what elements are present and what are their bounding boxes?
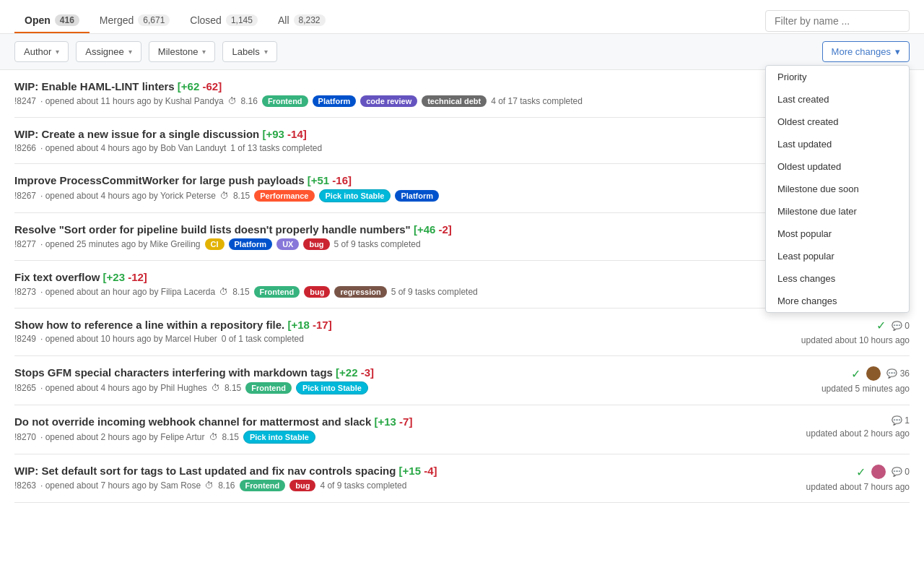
diff-add: [+62 xyxy=(178,80,199,92)
mr-number: !8267 xyxy=(14,191,36,201)
label-frontend[interactable]: Frontend xyxy=(240,480,286,491)
milestone-icon: ⏱ xyxy=(205,480,214,491)
avatar xyxy=(866,366,881,381)
milestone-icon: ⏱ xyxy=(209,432,218,442)
avatar xyxy=(871,465,886,479)
updated-text: updated 5 minutes ago xyxy=(821,384,910,394)
milestone-value: 8.15 xyxy=(232,287,249,297)
label-platform[interactable]: Platform xyxy=(313,95,357,107)
diff-add: [+93 xyxy=(262,128,284,140)
label-frontend[interactable]: Frontend xyxy=(245,382,292,394)
label-platform[interactable]: Platform xyxy=(229,238,273,250)
label-platform[interactable]: Platform xyxy=(395,190,439,202)
more-changes-label: More changes xyxy=(832,46,891,57)
diff-add: [+46 xyxy=(414,223,435,236)
label-performance[interactable]: Performance xyxy=(254,190,314,202)
filters-bar: Author ▾ Assignee ▾ Milestone ▾ Labels ▾… xyxy=(0,34,924,70)
diff-rem: -16] xyxy=(332,174,352,186)
mr-right-icons: ✓ 💬 0 xyxy=(876,319,910,332)
label-technical-debt[interactable]: technical debt xyxy=(422,95,487,107)
diff-add: [+23 xyxy=(103,271,125,283)
mr-opened: · opened about 10 hours ago by Marcel Hu… xyxy=(40,334,217,344)
milestone-filter[interactable]: Milestone ▾ xyxy=(149,41,216,62)
tab-merged[interactable]: Merged 6,671 xyxy=(90,9,180,33)
label-frontend[interactable]: Frontend xyxy=(254,286,300,298)
mr-opened: · opened about 4 hours ago by Yorick Pet… xyxy=(40,191,216,201)
mr-opened: · opened about 4 hours ago by Phil Hughe… xyxy=(40,383,207,393)
diff-add: [+15 xyxy=(399,465,421,477)
mr-right: 💬 1 updated about 2 hours ago xyxy=(765,415,910,439)
diff-rem: -62] xyxy=(202,80,222,92)
tabs: Open 416 Merged 6,671 Closed 1,145 All 8… xyxy=(14,9,336,33)
sort-milestone-due-later[interactable]: Milestone due later xyxy=(766,200,909,223)
diff-add: [+51 xyxy=(308,174,329,186)
sort-dropdown-menu: Priority Last created Oldest created Las… xyxy=(765,65,910,313)
mr-title[interactable]: WIP: Set default sort for tags to Last u… xyxy=(14,465,765,477)
sort-oldest-created[interactable]: Oldest created xyxy=(766,111,909,133)
mr-left: WIP: Set default sort for tags to Last u… xyxy=(14,465,765,491)
label-regression[interactable]: regression xyxy=(334,286,386,298)
label-bug[interactable]: bug xyxy=(289,480,315,491)
tasks-count: 5 of 9 tasks completed xyxy=(391,287,478,297)
label-pick-stable[interactable]: Pick into Stable xyxy=(243,431,315,444)
sort-least-popular[interactable]: Least popular xyxy=(766,245,909,267)
label-frontend[interactable]: Frontend xyxy=(262,95,308,107)
filter-input[interactable] xyxy=(765,10,910,32)
tasks-count: 4 of 17 tasks completed xyxy=(491,96,583,106)
label-bug[interactable]: bug xyxy=(303,238,329,250)
sort-most-popular[interactable]: Most popular xyxy=(766,223,909,245)
table-row: Do not override incoming webhook channel… xyxy=(14,405,910,454)
author-filter[interactable]: Author ▾ xyxy=(14,41,69,62)
more-changes-arrow: ▾ xyxy=(895,46,900,57)
label-ci[interactable]: CI xyxy=(205,238,225,250)
table-row: Show how to reference a line within a re… xyxy=(14,309,910,356)
top-bar: Open 416 Merged 6,671 Closed 1,145 All 8… xyxy=(0,0,924,70)
assignee-filter[interactable]: Assignee ▾ xyxy=(76,41,141,62)
tab-all[interactable]: All 8,232 xyxy=(268,9,336,33)
label-code-review[interactable]: code review xyxy=(360,95,417,107)
sort-last-updated[interactable]: Last updated xyxy=(766,133,909,155)
more-changes-button[interactable]: More changes ▾ xyxy=(822,41,910,62)
tab-closed[interactable]: Closed 1,145 xyxy=(180,9,268,33)
sort-milestone-due-soon[interactable]: Milestone due soon xyxy=(766,178,909,200)
mr-number: !8277 xyxy=(14,239,36,249)
mr-opened: · opened about 2 hours ago by Felipe Art… xyxy=(40,432,205,442)
comments: 💬 1 xyxy=(892,415,910,426)
diff-add: [+22 xyxy=(336,366,357,379)
tab-merged-label: Merged xyxy=(100,14,134,26)
milestone-filter-label: Milestone xyxy=(158,46,199,57)
label-pick-stable[interactable]: Pick into Stable xyxy=(296,381,368,394)
diff-add: [+13 xyxy=(374,415,396,428)
tasks-count: 1 of 13 tasks completed xyxy=(230,143,322,153)
sort-priority[interactable]: Priority xyxy=(766,66,909,88)
diff-rem: -7] xyxy=(399,415,412,428)
author-filter-label: Author xyxy=(24,46,51,57)
mr-title[interactable]: Do not override incoming webhook channel… xyxy=(14,415,765,428)
tab-open[interactable]: Open 416 xyxy=(14,9,90,33)
assignee-filter-arrow: ▾ xyxy=(128,48,132,56)
sort-more-changes[interactable]: More changes xyxy=(766,290,909,312)
updated-text: updated about 10 hours ago xyxy=(801,335,910,345)
mr-opened: · opened about 4 hours ago by Bob Van La… xyxy=(40,143,226,153)
mr-left: Do not override incoming webhook channel… xyxy=(14,415,765,444)
check-icon: ✓ xyxy=(851,367,860,381)
tabs-and-filter: Open 416 Merged 6,671 Closed 1,145 All 8… xyxy=(0,0,924,34)
mr-meta: !8270 · opened about 2 hours ago by Feli… xyxy=(14,431,765,444)
mr-number: !8249 xyxy=(14,334,36,344)
label-bug[interactable]: bug xyxy=(304,286,330,298)
mr-left: Stops GFM special characters interfering… xyxy=(14,366,765,394)
label-ux[interactable]: UX xyxy=(276,238,299,250)
mr-title[interactable]: Stops GFM special characters interfering… xyxy=(14,366,765,379)
sort-less-changes[interactable]: Less changes xyxy=(766,267,909,290)
diff-rem: -4] xyxy=(424,465,437,477)
sort-last-created[interactable]: Last created xyxy=(766,88,909,111)
sort-oldest-updated[interactable]: Oldest updated xyxy=(766,155,909,178)
milestone-filter-arrow: ▾ xyxy=(202,48,206,56)
comments: 💬 36 xyxy=(886,368,910,379)
labels-filter[interactable]: Labels ▾ xyxy=(222,41,276,62)
label-pick-stable[interactable]: Pick into Stable xyxy=(319,189,391,202)
milestone-icon: ⏱ xyxy=(220,191,229,201)
mr-title[interactable]: Show how to reference a line within a re… xyxy=(14,319,765,331)
tasks-count: 5 of 9 tasks completed xyxy=(334,239,421,249)
mr-opened: · opened about an hour ago by Filipa Lac… xyxy=(40,287,215,297)
